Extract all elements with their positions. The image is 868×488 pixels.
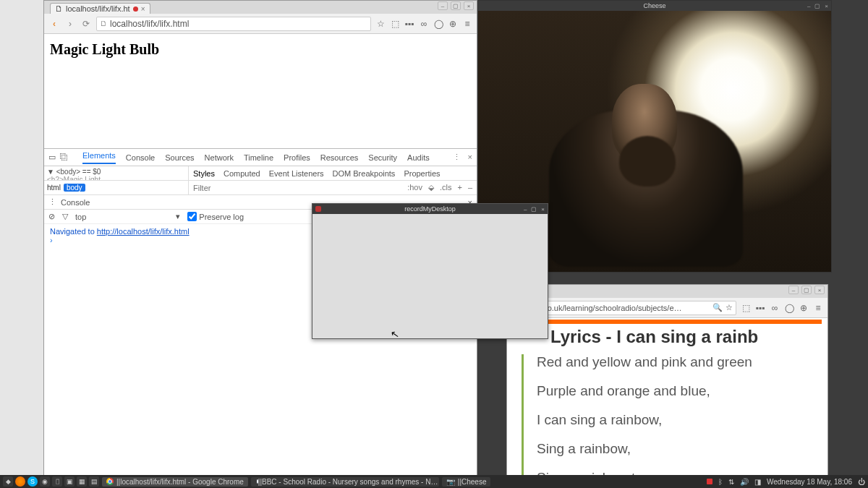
ext-icon[interactable]: ⊕ (448, 19, 458, 29)
rmd-titlebar[interactable]: recordMyDesktop – ▢ × (312, 204, 548, 214)
lyrics-heading: Lyrics - I can sing a rainb (550, 327, 827, 347)
tab-profiles[interactable]: Profiles (284, 153, 310, 162)
clear-console-icon[interactable]: ⊘ (48, 212, 55, 221)
window-maximize-icon[interactable]: ▢ (801, 286, 812, 294)
window-minimize-icon[interactable]: – (524, 206, 527, 213)
taskbar-item-cheese[interactable]: 📷 ||Cheese (442, 477, 491, 487)
star-icon[interactable]: ☆ (726, 303, 733, 312)
launcher-icon[interactable]: ◉ (40, 476, 50, 487)
ext-icon[interactable]: ◯ (433, 19, 443, 29)
network-icon[interactable]: ⇅ (728, 478, 734, 486)
console-label: Console (61, 198, 90, 207)
window-maximize-icon[interactable]: ▢ (451, 1, 461, 10)
crumb-body[interactable]: body (64, 184, 85, 192)
back-button[interactable]: ‹ (48, 18, 60, 30)
user-icon[interactable]: ⏻ (858, 478, 865, 486)
window-close-icon[interactable]: × (825, 3, 828, 9)
filter-icon[interactable]: ▽ (62, 212, 68, 221)
ext-icon[interactable]: ▪▪▪ (755, 303, 765, 313)
console-link[interactable]: http://localhost/lifx/lifx.html (97, 227, 190, 236)
reload-button[interactable]: ⟳ (80, 18, 92, 30)
tab-security[interactable]: Security (368, 153, 397, 162)
recording-tray-icon[interactable] (707, 479, 712, 484)
volume-icon[interactable]: 🔊 (740, 478, 749, 486)
crumb-html[interactable]: html (47, 184, 61, 192)
preserve-log-checkbox[interactable]: Preserve log (187, 212, 244, 221)
devtools-menu-icon[interactable]: ⋮ (453, 153, 461, 162)
cursor-icon: ↖ (390, 328, 401, 341)
search-icon[interactable]: 🔍 (712, 303, 723, 312)
dom-node[interactable]: ▼ <body> == $0 (47, 168, 185, 176)
more-icon[interactable]: – (468, 183, 472, 192)
subtab-properties[interactable]: Properties (404, 169, 440, 178)
window-minimize-icon[interactable]: – (807, 3, 810, 9)
subtab-dombreakpoints[interactable]: DOM Breakpoints (333, 169, 396, 178)
lyric-line: Purple and orange and blue, (537, 383, 827, 399)
star-icon[interactable]: ☆ (375, 19, 386, 29)
page-viewport: Magic Light Bulb (44, 34, 477, 65)
menu-icon[interactable]: ≡ (462, 19, 472, 29)
browser-tab-localhost[interactable]: 🗋 localhost/lifx/lifx.ht × (50, 3, 150, 14)
cls-toggle[interactable]: .cls (440, 183, 452, 192)
ext-icon[interactable]: ▪▪▪ (404, 19, 414, 29)
battery-icon[interactable]: ◨ (754, 478, 761, 486)
window-close-icon[interactable]: × (464, 1, 474, 10)
window-maximize-icon[interactable]: ▢ (814, 3, 820, 9)
drawer-menu-icon[interactable]: ⋮ (48, 197, 56, 207)
launcher-icon[interactable]: ▤ (89, 476, 99, 487)
tab-timeline[interactable]: Timeline (244, 153, 273, 162)
window-minimize-icon[interactable]: – (788, 286, 799, 294)
devtools-close-icon[interactable]: × (468, 153, 472, 162)
subtab-styles[interactable]: Styles (193, 169, 215, 178)
dom-node[interactable]: <h2>Magic Light (47, 176, 185, 180)
tab-elements[interactable]: Elements (82, 151, 116, 164)
menu-icon[interactable]: ≡ (813, 303, 823, 313)
skype-icon[interactable]: S (27, 476, 38, 487)
launcher-icon[interactable]: ◆ (3, 476, 13, 487)
taskbar-item-chrome-localhost[interactable]: ||localhost/lifx/lifx.html - Google Chro… (102, 477, 248, 487)
clock[interactable]: Wednesday 18 May, 18:06 (767, 478, 852, 486)
ext-icon[interactable]: ⊕ (799, 303, 809, 313)
task-label: ||Cheese (458, 478, 487, 486)
files-icon[interactable]: ▣ (64, 476, 75, 487)
filter-input[interactable] (193, 184, 403, 192)
firefox-icon[interactable] (15, 476, 25, 487)
app-icon (315, 206, 321, 212)
ext-icon[interactable]: ⬚ (741, 303, 751, 313)
dom-tree[interactable]: ▼ <body> == $0 <h2>Magic Light (44, 166, 189, 180)
tab-sources[interactable]: Sources (165, 153, 194, 162)
ext-icon[interactable]: ⬚ (390, 19, 400, 29)
divider (546, 320, 822, 324)
toolbar-extensions: ⬚ ▪▪▪ ∞ ◯ ⊕ ≡ (741, 303, 823, 313)
taskbar-item-chrome-bbc[interactable]: ||BBC - School Radio - Nursery songs and… (251, 477, 439, 487)
ext-icon[interactable]: ∞ (770, 303, 780, 313)
tab-close-icon[interactable]: × (141, 5, 145, 13)
tab-audits[interactable]: Audits (407, 153, 430, 162)
device-toolbar-icon[interactable]: ⿻ (60, 153, 68, 162)
ext-icon[interactable]: ◯ (784, 303, 794, 313)
cheese-titlebar[interactable]: Cheese – ▢ × (478, 1, 831, 11)
hov-toggle[interactable]: :hov (407, 183, 422, 192)
forward-button[interactable]: › (64, 18, 76, 30)
window-close-icon[interactable]: × (814, 286, 825, 294)
bluetooth-icon[interactable]: ᛒ (718, 478, 723, 486)
subtab-computed[interactable]: Computed (224, 169, 260, 178)
launcher-icon[interactable]: ▦ (77, 476, 87, 487)
tab-resources[interactable]: Resources (320, 153, 359, 162)
ext-icon[interactable]: ∞ (419, 19, 429, 29)
pin-icon[interactable]: ⬙ (428, 183, 434, 192)
tab-network[interactable]: Network (205, 153, 234, 162)
inspect-element-icon[interactable]: ▭ (48, 153, 56, 162)
window-close-icon[interactable]: × (541, 206, 545, 213)
window-minimize-icon[interactable]: – (438, 1, 448, 10)
launcher-icons: ◆ S ◉ ⌷ ▣ ▦ ▤ (3, 476, 99, 487)
devtools-tabs: ▭ ⿻ Elements Console Sources Network Tim… (44, 149, 477, 166)
tab-console[interactable]: Console (126, 153, 155, 162)
window-maximize-icon[interactable]: ▢ (531, 206, 537, 213)
terminal-icon[interactable]: ⌷ (52, 476, 62, 487)
context-selector[interactable]: top ▾ (75, 212, 180, 221)
address-bar[interactable]: 🗋 localhost/lifx/lifx.html (96, 17, 371, 31)
window-controls: – ▢ × (438, 1, 474, 10)
subtab-eventlisteners[interactable]: Event Listeners (269, 169, 324, 178)
add-rule-icon[interactable]: + (457, 183, 461, 192)
